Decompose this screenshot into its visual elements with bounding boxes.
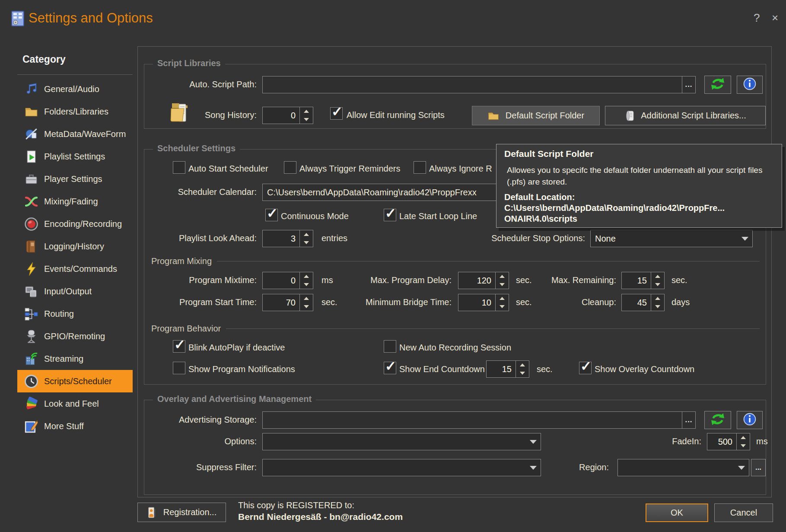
sidebar-item-scripts-scheduler[interactable]: Scripts/Scheduler bbox=[17, 370, 133, 392]
fadein-value[interactable]: 500 bbox=[707, 433, 736, 450]
spin-up-icon[interactable] bbox=[651, 294, 664, 303]
spin-down-icon[interactable] bbox=[300, 280, 313, 289]
sidebar-item-logging-history[interactable]: Logging/History bbox=[17, 235, 133, 258]
program-behavior-header: Program Behavior bbox=[151, 324, 760, 334]
spin-up-icon[interactable] bbox=[300, 230, 313, 239]
spin-down-icon[interactable] bbox=[516, 369, 529, 377]
sidebar-item-gpio-remoting[interactable]: GPIO/Remoting bbox=[17, 325, 133, 347]
cleanup-value[interactable]: 45 bbox=[622, 294, 651, 311]
allow-edit-checkbox[interactable] bbox=[330, 107, 343, 120]
continuous-mode-checkbox[interactable] bbox=[265, 209, 278, 221]
default-script-folder-button[interactable]: Default Script Folder bbox=[472, 106, 600, 125]
blink-autoplay-checkbox[interactable] bbox=[173, 340, 185, 353]
minimum-bridge-time-value[interactable]: 10 bbox=[458, 294, 495, 311]
chevron-down-icon[interactable] bbox=[526, 433, 541, 450]
program-start-time-spinner[interactable]: 70 bbox=[262, 294, 313, 311]
info-button[interactable] bbox=[737, 411, 763, 429]
spin-up-icon[interactable] bbox=[496, 294, 509, 303]
ok-button[interactable]: OK bbox=[646, 503, 708, 522]
spin-down-icon[interactable] bbox=[300, 115, 313, 124]
window-title: Settings and Options bbox=[29, 10, 153, 26]
spin-up-icon[interactable] bbox=[516, 361, 529, 369]
sidebar-item-events-commands[interactable]: Events/Commands bbox=[17, 258, 133, 280]
spin-up-icon[interactable] bbox=[300, 294, 313, 303]
playlist-look-ahead-value[interactable]: 3 bbox=[263, 230, 299, 247]
spin-down-icon[interactable] bbox=[651, 280, 664, 289]
advertising-storage-value[interactable] bbox=[263, 412, 682, 428]
show-end-countdown-checkbox[interactable] bbox=[384, 362, 396, 374]
browse-button[interactable]: ... bbox=[682, 412, 695, 428]
end-countdown-value[interactable]: 15 bbox=[487, 361, 516, 377]
minimum-bridge-time-spinner[interactable]: 10 bbox=[458, 294, 509, 311]
sidebar-item-metadata-waveform[interactable]: MetaData/WaveForm bbox=[17, 123, 133, 145]
metadata-icon bbox=[24, 127, 38, 141]
sidebar-item-encoding-recording[interactable]: Encoding/Recording bbox=[17, 213, 133, 235]
max-remaining-spinner[interactable]: 15 bbox=[621, 272, 665, 289]
late-start-loop-line-checkbox[interactable] bbox=[384, 209, 396, 221]
refresh-button[interactable] bbox=[704, 76, 731, 94]
spin-down-icon[interactable] bbox=[300, 239, 313, 247]
show-program-notifications-label: Show Program Notifications bbox=[188, 364, 295, 374]
spin-down-icon[interactable] bbox=[300, 303, 313, 311]
additional-script-libraries-button[interactable]: Additional Script Libraries... bbox=[605, 106, 766, 125]
sidebar-item-playlist-settings[interactable]: Playlist Settings bbox=[17, 145, 133, 168]
always-trigger-reminders-checkbox[interactable] bbox=[284, 161, 296, 174]
spin-up-icon[interactable] bbox=[496, 272, 509, 280]
registration-button[interactable]: Registration... bbox=[137, 503, 226, 522]
sidebar-item-folders-libraries[interactable]: Folders/Libraries bbox=[17, 100, 133, 123]
fadein-spinner[interactable]: 500 bbox=[707, 433, 750, 450]
spin-down-icon[interactable] bbox=[737, 442, 750, 450]
max-program-delay-spinner[interactable]: 120 bbox=[458, 272, 509, 289]
options-dropdown[interactable] bbox=[262, 433, 541, 450]
auto-start-scheduler-checkbox[interactable] bbox=[173, 161, 185, 174]
region-browse-button[interactable]: ... bbox=[751, 459, 766, 476]
song-history-spinner[interactable]: 0 bbox=[262, 107, 313, 124]
program-mixtime-spinner[interactable]: 0 bbox=[262, 272, 313, 289]
help-button[interactable]: ? bbox=[754, 11, 760, 25]
info-button[interactable] bbox=[737, 76, 763, 94]
chevron-down-icon[interactable] bbox=[734, 459, 749, 476]
sidebar-item-streaming[interactable]: Streaming bbox=[17, 347, 133, 370]
program-mixtime-value[interactable]: 0 bbox=[263, 272, 299, 289]
spin-down-icon[interactable] bbox=[651, 303, 664, 311]
chevron-down-icon[interactable] bbox=[738, 230, 752, 247]
auto-script-path-input[interactable]: ... bbox=[262, 76, 696, 93]
sidebar-item-input-output[interactable]: Input/Output bbox=[17, 280, 133, 303]
end-countdown-spinner[interactable]: 15 bbox=[486, 360, 529, 378]
spin-down-icon[interactable] bbox=[496, 280, 509, 289]
sidebar-item-mixing-fading[interactable]: Mixing/Fading bbox=[17, 190, 133, 213]
playlist-look-ahead-spinner[interactable]: 3 bbox=[262, 230, 313, 247]
max-remaining-value[interactable]: 15 bbox=[622, 272, 651, 289]
show-overlay-countdown-checkbox[interactable] bbox=[579, 362, 592, 374]
settings-panel: Script Libraries Auto. Script Path: ... … bbox=[137, 46, 772, 497]
auto-script-path-value[interactable] bbox=[263, 76, 682, 93]
cleanup-spinner[interactable]: 45 bbox=[621, 294, 665, 311]
sidebar-item-routing[interactable]: Routing bbox=[17, 303, 133, 325]
spin-up-icon[interactable] bbox=[737, 433, 750, 442]
region-dropdown[interactable] bbox=[617, 459, 749, 476]
spin-up-icon[interactable] bbox=[300, 107, 313, 115]
suppress-filter-dropdown[interactable] bbox=[262, 459, 541, 476]
new-auto-recording-checkbox[interactable] bbox=[384, 340, 396, 353]
sidebar-item-more-stuff[interactable]: More Stuff bbox=[17, 415, 133, 437]
advertising-storage-input[interactable]: ... bbox=[262, 411, 696, 429]
registration-label: Registration... bbox=[163, 507, 216, 517]
scheduler-stop-options-dropdown[interactable]: None bbox=[590, 230, 753, 247]
cancel-button[interactable]: Cancel bbox=[714, 503, 773, 522]
sidebar-item-general-audio[interactable]: General/Audio bbox=[17, 78, 133, 100]
spin-up-icon[interactable] bbox=[651, 272, 664, 280]
new-auto-recording-label: New Auto Recording Session bbox=[399, 343, 511, 353]
always-ignore-checkbox[interactable] bbox=[414, 161, 426, 174]
program-mixtime-unit: ms bbox=[321, 275, 333, 285]
show-program-notifications-checkbox[interactable] bbox=[173, 362, 185, 374]
refresh-button[interactable] bbox=[704, 411, 731, 429]
spin-up-icon[interactable] bbox=[300, 272, 313, 280]
program-start-time-value[interactable]: 70 bbox=[263, 294, 299, 311]
sidebar-item-look-and-feel[interactable]: Look and Feel bbox=[17, 392, 133, 415]
sidebar-item-player-settings[interactable]: Player Settings bbox=[17, 168, 133, 190]
max-program-delay-value[interactable]: 120 bbox=[458, 272, 495, 289]
close-button[interactable]: × bbox=[772, 11, 778, 25]
browse-button[interactable]: ... bbox=[682, 76, 695, 93]
spin-down-icon[interactable] bbox=[496, 303, 509, 311]
song-history-value[interactable]: 0 bbox=[263, 107, 299, 124]
